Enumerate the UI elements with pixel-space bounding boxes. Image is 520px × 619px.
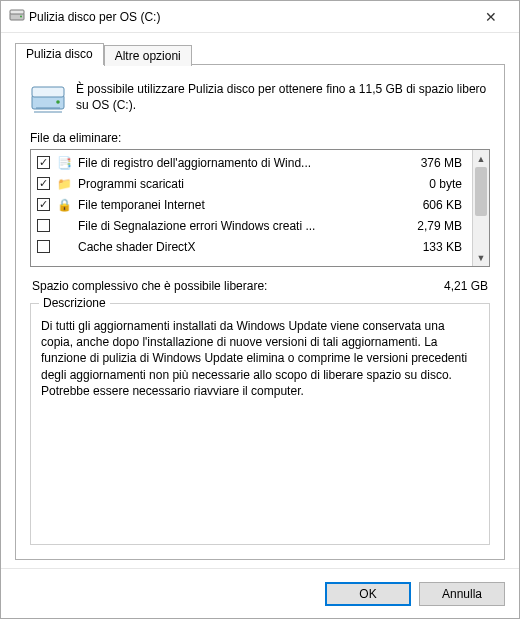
intro-text: È possibile utilizzare Pulizia disco per… [76, 81, 490, 117]
total-label: Spazio complessivo che è possibile liber… [32, 279, 444, 293]
window-title: Pulizia disco per OS (C:) [25, 10, 471, 24]
item-icon: 📁 [56, 177, 72, 191]
item-name: File temporanei Internet [78, 198, 390, 212]
file-list-rows: 📑 File di registro dell'aggiornamento di… [31, 150, 472, 266]
button-row: OK Annulla [1, 568, 519, 618]
list-item[interactable]: Cache shader DirectX 133 KB [31, 236, 472, 257]
close-icon: ✕ [485, 9, 497, 25]
tab-panel: È possibile utilizzare Pulizia disco per… [15, 64, 505, 560]
checkbox[interactable] [37, 156, 50, 169]
description-text: Di tutti gli aggiornamenti installati da… [41, 318, 479, 399]
close-button[interactable]: ✕ [471, 1, 511, 32]
tab-strip: Pulizia disco Altre opzioni [15, 43, 505, 65]
button-label: OK [359, 587, 376, 601]
tab-label: Pulizia disco [26, 47, 93, 61]
item-name: File di registro dell'aggiornamento di W… [78, 156, 390, 170]
button-label: Annulla [442, 587, 482, 601]
scroll-track[interactable] [473, 167, 489, 249]
list-item[interactable]: 📑 File di registro dell'aggiornamento di… [31, 152, 472, 173]
list-item[interactable]: File di Segnalazione errori Windows crea… [31, 215, 472, 236]
drive-small-icon [9, 7, 25, 26]
item-size: 376 MB [396, 156, 466, 170]
checkbox[interactable] [37, 240, 50, 253]
titlebar: Pulizia disco per OS (C:) ✕ [1, 1, 519, 33]
scrollbar[interactable]: ▲ ▼ [472, 150, 489, 266]
intro-row: È possibile utilizzare Pulizia disco per… [30, 81, 490, 117]
scroll-thumb[interactable] [475, 167, 487, 216]
files-to-delete-label: File da eliminare: [30, 131, 490, 145]
scroll-down-button[interactable]: ▼ [473, 249, 489, 266]
item-size: 2,79 MB [396, 219, 466, 233]
item-size: 0 byte [396, 177, 466, 191]
total-value: 4,21 GB [444, 279, 488, 293]
checkbox[interactable] [37, 177, 50, 190]
item-name: File di Segnalazione errori Windows crea… [78, 219, 390, 233]
checkbox[interactable] [37, 198, 50, 211]
cancel-button[interactable]: Annulla [419, 582, 505, 606]
item-icon: 🔒 [56, 198, 72, 212]
item-name: Cache shader DirectX [78, 240, 390, 254]
tab-more-options[interactable]: Altre opzioni [104, 45, 192, 66]
dialog-content: Pulizia disco Altre opzioni È possibile … [1, 33, 519, 560]
description-group: Descrizione Di tutti gli aggiornamenti i… [30, 303, 490, 545]
item-name: Programmi scaricati [78, 177, 390, 191]
item-icon: 📑 [56, 156, 72, 170]
chevron-up-icon: ▲ [477, 154, 486, 164]
scroll-up-button[interactable]: ▲ [473, 150, 489, 167]
checkbox[interactable] [37, 219, 50, 232]
drive-icon [30, 81, 66, 117]
svg-point-5 [56, 100, 60, 104]
list-item[interactable]: 🔒 File temporanei Internet 606 KB [31, 194, 472, 215]
svg-point-2 [20, 16, 22, 18]
tab-label: Altre opzioni [115, 49, 181, 63]
tab-disk-cleanup[interactable]: Pulizia disco [15, 43, 104, 65]
description-title: Descrizione [39, 296, 110, 310]
item-size: 133 KB [396, 240, 466, 254]
list-item[interactable]: 📁 Programmi scaricati 0 byte [31, 173, 472, 194]
chevron-down-icon: ▼ [477, 253, 486, 263]
svg-rect-4 [32, 87, 64, 97]
item-size: 606 KB [396, 198, 466, 212]
svg-rect-1 [10, 10, 24, 14]
file-list: 📑 File di registro dell'aggiornamento di… [30, 149, 490, 267]
ok-button[interactable]: OK [325, 582, 411, 606]
dialog-window: Pulizia disco per OS (C:) ✕ Pulizia disc… [0, 0, 520, 619]
